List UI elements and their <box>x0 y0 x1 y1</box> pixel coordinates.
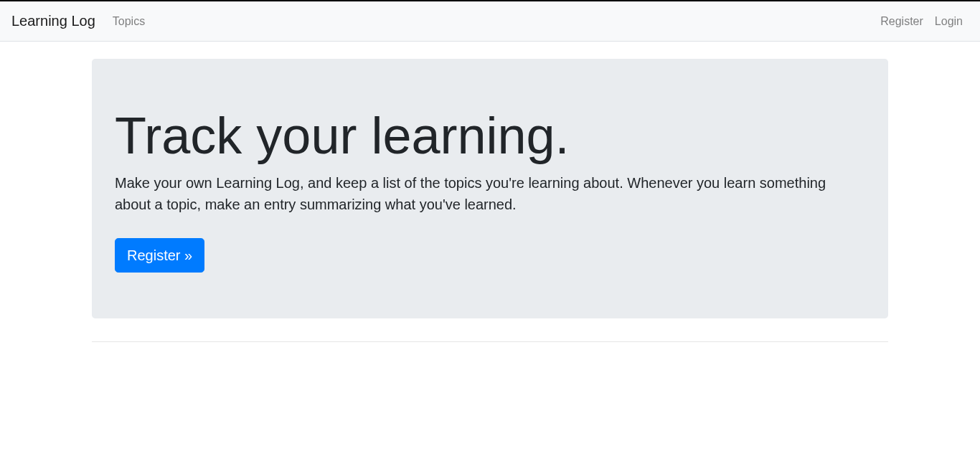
jumbotron: Track your learning. Make your own Learn… <box>92 59 888 318</box>
page-heading: Track your learning. <box>115 105 865 166</box>
nav-link-login[interactable]: Login <box>929 9 969 34</box>
page-lead: Make your own Learning Log, and keep a l… <box>115 172 865 215</box>
brand-link[interactable]: Learning Log <box>11 9 95 33</box>
main-container: Track your learning. Make your own Learn… <box>81 59 899 342</box>
navbar-left: Learning Log Topics <box>11 9 151 34</box>
register-button[interactable]: Register » <box>115 238 204 273</box>
navbar: Learning Log Topics Register Login <box>0 1 980 42</box>
nav-link-topics[interactable]: Topics <box>107 9 151 34</box>
divider <box>92 341 888 342</box>
nav-link-register[interactable]: Register <box>875 9 929 34</box>
navbar-right: Register Login <box>875 9 969 34</box>
